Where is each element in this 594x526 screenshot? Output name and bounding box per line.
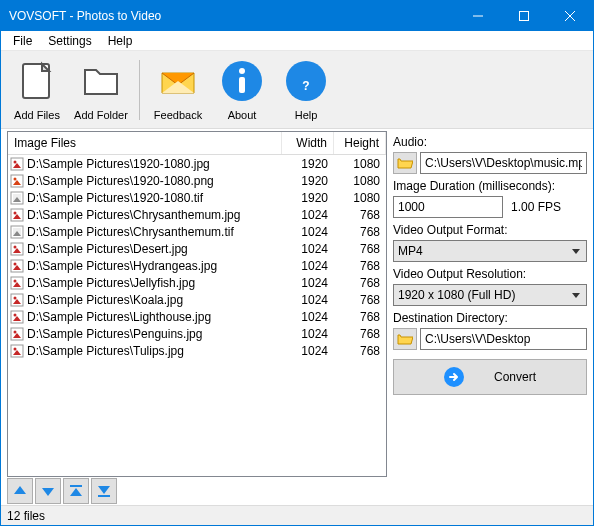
dest-input[interactable] [420, 328, 587, 350]
file-width: 1024 [282, 344, 334, 358]
feedback-label: Feedback [154, 109, 202, 121]
svg-point-45 [14, 347, 17, 350]
table-row[interactable]: D:\Sample Pictures\1920-1080.jpg19201080 [8, 155, 386, 172]
menubar: File Settings Help [1, 31, 593, 51]
file-height: 768 [334, 225, 386, 239]
table-row[interactable]: D:\Sample Pictures\1920-1080.tif19201080 [8, 189, 386, 206]
duration-label: Image Duration (milliseconds): [393, 179, 587, 193]
svg-rect-8 [239, 77, 245, 93]
move-bottom-button[interactable] [91, 478, 117, 504]
help-button[interactable]: ? Help [274, 53, 338, 127]
svg-point-39 [14, 313, 17, 316]
resolution-label: Video Output Resolution: [393, 267, 587, 281]
file-list[interactable]: Image Files Width Height D:\Sample Pictu… [7, 131, 387, 477]
file-height: 1080 [334, 191, 386, 205]
file-width: 1024 [282, 327, 334, 341]
format-value: MP4 [398, 244, 423, 258]
svg-marker-50 [70, 488, 82, 496]
table-row[interactable]: D:\Sample Pictures\Chrysanthemum.tif1024… [8, 223, 386, 240]
col-height[interactable]: Height [334, 132, 386, 154]
file-height: 768 [334, 208, 386, 222]
move-down-button[interactable] [35, 478, 61, 504]
convert-label: Convert [494, 370, 536, 384]
convert-button[interactable]: Convert [393, 359, 587, 395]
file-height: 768 [334, 310, 386, 324]
svg-rect-49 [70, 485, 82, 487]
file-path: D:\Sample Pictures\Lighthouse.jpg [27, 310, 211, 324]
table-row[interactable]: D:\Sample Pictures\Chrysanthemum.jpg1024… [8, 206, 386, 223]
file-path: D:\Sample Pictures\1920-1080.tif [27, 191, 203, 205]
file-path: D:\Sample Pictures\Hydrangeas.jpg [27, 259, 217, 273]
audio-input[interactable] [420, 152, 587, 174]
maximize-button[interactable] [501, 1, 547, 31]
svg-point-7 [239, 68, 245, 74]
svg-rect-1 [520, 12, 529, 21]
format-label: Video Output Format: [393, 223, 587, 237]
table-row[interactable]: D:\Sample Pictures\Jellyfish.jpg1024768 [8, 274, 386, 291]
file-height: 768 [334, 327, 386, 341]
status-text: 12 files [7, 509, 45, 523]
arrow-right-circle-icon [444, 367, 464, 387]
file-path: D:\Sample Pictures\1920-1080.png [27, 174, 214, 188]
arrow-bar [7, 477, 387, 505]
add-folder-label: Add Folder [74, 109, 128, 121]
svg-text:?: ? [302, 79, 309, 93]
about-button[interactable]: About [210, 53, 274, 127]
file-width: 1024 [282, 293, 334, 307]
table-row[interactable]: D:\Sample Pictures\Tulips.jpg1024768 [8, 342, 386, 359]
table-row[interactable]: D:\Sample Pictures\Koala.jpg1024768 [8, 291, 386, 308]
svg-point-21 [14, 211, 17, 214]
resolution-combo[interactable]: 1920 x 1080 (Full HD) [393, 284, 587, 306]
move-top-button[interactable] [63, 478, 89, 504]
svg-point-12 [14, 160, 17, 163]
duration-input[interactable] [393, 196, 503, 218]
fps-label: 1.00 FPS [511, 200, 561, 214]
menu-help[interactable]: Help [100, 32, 141, 50]
file-width: 1920 [282, 157, 334, 171]
col-image-files[interactable]: Image Files [8, 132, 282, 154]
table-row[interactable]: D:\Sample Pictures\Lighthouse.jpg1024768 [8, 308, 386, 325]
svg-marker-51 [98, 486, 110, 494]
file-height: 1080 [334, 174, 386, 188]
envelope-icon [154, 57, 202, 105]
table-row[interactable]: D:\Sample Pictures\Penguins.jpg1024768 [8, 325, 386, 342]
dest-label: Destination Directory: [393, 311, 587, 325]
file-icon [13, 57, 61, 105]
file-height: 768 [334, 344, 386, 358]
table-row[interactable]: D:\Sample Pictures\1920-1080.png19201080 [8, 172, 386, 189]
menu-settings[interactable]: Settings [40, 32, 99, 50]
add-files-button[interactable]: Add Files [5, 53, 69, 127]
file-width: 1024 [282, 225, 334, 239]
add-folder-button[interactable]: Add Folder [69, 53, 133, 127]
svg-point-36 [14, 296, 17, 299]
format-combo[interactable]: MP4 [393, 240, 587, 262]
col-width[interactable]: Width [282, 132, 334, 154]
file-height: 1080 [334, 157, 386, 171]
list-header: Image Files Width Height [8, 132, 386, 155]
table-row[interactable]: D:\Sample Pictures\Hydrangeas.jpg1024768 [8, 257, 386, 274]
audio-label: Audio: [393, 135, 587, 149]
audio-browse-button[interactable] [393, 152, 417, 174]
menu-file[interactable]: File [5, 32, 40, 50]
file-path: D:\Sample Pictures\Tulips.jpg [27, 344, 184, 358]
file-path: D:\Sample Pictures\Koala.jpg [27, 293, 183, 307]
feedback-button[interactable]: Feedback [146, 53, 210, 127]
minimize-button[interactable] [455, 1, 501, 31]
svg-marker-47 [14, 486, 26, 494]
dest-browse-button[interactable] [393, 328, 417, 350]
file-path: D:\Sample Pictures\Penguins.jpg [27, 327, 202, 341]
file-path: D:\Sample Pictures\Jellyfish.jpg [27, 276, 195, 290]
move-up-button[interactable] [7, 478, 33, 504]
titlebar: VOVSOFT - Photos to Video [1, 1, 593, 31]
file-path: D:\Sample Pictures\Chrysanthemum.tif [27, 225, 234, 239]
folder-icon [77, 57, 125, 105]
window-title: VOVSOFT - Photos to Video [9, 9, 455, 23]
table-row[interactable]: D:\Sample Pictures\Desert.jpg1024768 [8, 240, 386, 257]
help-label: Help [295, 109, 318, 121]
svg-point-27 [14, 245, 17, 248]
toolbar-separator [139, 60, 140, 120]
close-button[interactable] [547, 1, 593, 31]
file-width: 1920 [282, 191, 334, 205]
file-width: 1024 [282, 276, 334, 290]
file-path: D:\Sample Pictures\Desert.jpg [27, 242, 188, 256]
